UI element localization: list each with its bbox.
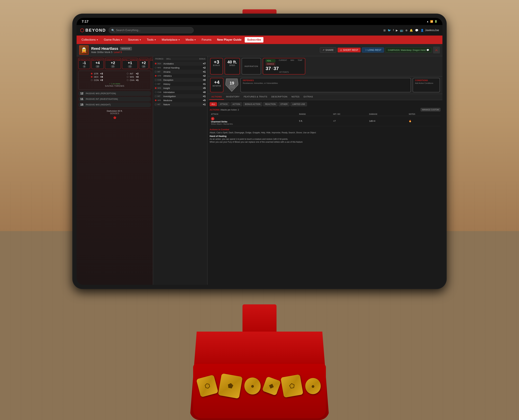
- passive-perception[interactable]: 12 PASSIVE WIS (PERCEPTION): [78, 91, 151, 96]
- tab-actions[interactable]: ACTIONS: [209, 94, 224, 100]
- search-placeholder: Search Everything...: [116, 29, 141, 32]
- manage-custom-button[interactable]: MANAGE CUSTOM: [421, 108, 440, 111]
- tab-inventory[interactable]: INVENTORY: [224, 94, 242, 100]
- nav-marketplace[interactable]: Marketplace ▼: [159, 37, 183, 43]
- ability-wisdom[interactable]: WISDOM +2 14: [139, 58, 148, 69]
- nav-icon-twitter[interactable]: 🐦: [388, 29, 391, 32]
- skills-header-skill: SKILL: [166, 58, 198, 60]
- attacks-per-action: Attacks per Action: 2: [220, 109, 239, 111]
- skill-history[interactable]: INT History +1: [154, 82, 206, 86]
- passive-investigation-value: 11: [80, 98, 84, 101]
- nav-icon-twitch[interactable]: 📺: [400, 29, 403, 32]
- nav-forums[interactable]: Forums: [199, 37, 214, 43]
- nav-game-rules[interactable]: Game Rules ▼: [101, 37, 125, 43]
- skill-insight[interactable]: WIS Insight +5: [154, 86, 206, 90]
- nav-icon-yt[interactable]: ▶: [396, 29, 398, 32]
- ability-constitution[interactable]: CONSTITUTION +2 15: [105, 58, 121, 69]
- darkvision-text: Darkvision 60 ft.: [78, 110, 151, 112]
- skills-header-prof: PROF: [155, 58, 159, 60]
- skills-panel: PROF MOD SKILL BONUS DEX Acrobatics +7 W…: [153, 56, 208, 285]
- save-wis[interactable]: WIS +3: [127, 75, 138, 78]
- damage-button[interactable]: DAMAGE: [266, 63, 275, 66]
- nav-media[interactable]: Media ▼: [183, 37, 198, 43]
- filter-bonus-action[interactable]: BONUS ACTION: [243, 102, 262, 106]
- int-save-bonus: +2: [136, 72, 138, 75]
- skill-arcana[interactable]: INT Arcana +1: [154, 70, 206, 74]
- actions-tabs: ACTIONS INVENTORY FEATURES & TRAITS DESC…: [208, 94, 443, 100]
- nav-new-player[interactable]: New Player Guide: [215, 37, 244, 43]
- shield-container: 19 ARMORCLASS: [225, 78, 238, 92]
- wis-save-dot: [127, 76, 129, 78]
- hand-of-healing-title: Hand of Healing: [210, 135, 440, 137]
- attack-range-cell: 5 ft.: [298, 116, 332, 126]
- media-arrow: ▼: [194, 39, 196, 41]
- nav-icon-target[interactable]: ⊗: [405, 29, 408, 32]
- skill-acrobatics-dot: [155, 63, 157, 64]
- search-bar[interactable]: 🔍 Search Everything...: [108, 27, 194, 33]
- ability-charisma[interactable]: CHARISMA +0 10: [150, 58, 153, 69]
- skill-intimidation[interactable]: CHA Intimidation +0: [154, 90, 206, 94]
- ability-intelligence[interactable]: INTELLIGENCE +1 12: [122, 58, 138, 69]
- save-cha[interactable]: CHA +1: [127, 79, 138, 82]
- nav-marketplace-label: Marketplace: [162, 38, 177, 41]
- nav-icon-chat[interactable]: 💬: [415, 29, 419, 32]
- skill-nature[interactable]: INT Nature +1: [154, 102, 206, 106]
- inspiration-box[interactable]: INSPIRATION: [242, 58, 261, 75]
- filter-other[interactable]: OTHER: [279, 102, 290, 106]
- user-badge[interactable]: 👤 JawlessJoe: [420, 29, 439, 32]
- skills-header-mod: MOD: [160, 58, 165, 60]
- nav-icon-1[interactable]: ⊞: [383, 29, 386, 32]
- passive-investigation[interactable]: 11 PASSIVE INT (INVESTIGATION): [78, 97, 151, 102]
- armor-class-value: 19: [229, 81, 235, 85]
- skill-athletics[interactable]: STR Athletics +2: [154, 74, 206, 78]
- ability-strength[interactable]: STRENGTH -1 8: [78, 58, 90, 69]
- save-dex[interactable]: DEX +8: [91, 75, 103, 78]
- save-int[interactable]: INT +2: [127, 72, 138, 75]
- tab-extras[interactable]: EXTRAS: [302, 94, 315, 100]
- filter-all[interactable]: ALL: [210, 102, 217, 106]
- nav-icon-bell[interactable]: 🔔: [410, 29, 413, 32]
- nav-icon-fb[interactable]: f: [393, 29, 394, 32]
- attack-row-unarmed[interactable]: ⚔ Unarmed Strike Melee Attack • Martial …: [210, 116, 440, 126]
- status-time: 7:17: [82, 20, 89, 23]
- long-rest-button[interactable]: ☽ LONG REST: [362, 47, 384, 52]
- tab-description[interactable]: DESCRIPTION: [269, 94, 290, 100]
- filter-action[interactable]: ACTION: [230, 102, 242, 106]
- filter-limited-use[interactable]: LIMITED USE: [290, 102, 307, 106]
- nav-sources[interactable]: Sources ▼: [126, 37, 144, 43]
- filter-attack[interactable]: ATTACK: [218, 102, 229, 106]
- tab-notes[interactable]: NOTES: [290, 94, 302, 100]
- campaign-button[interactable]: CAMPAIGN: Waterdeep: Dragon Heist 💬: [385, 48, 432, 52]
- short-rest-button[interactable]: ⚠ SHORT REST: [338, 48, 361, 52]
- nav-collections[interactable]: Collections ▼: [79, 37, 100, 43]
- skill-deception[interactable]: CHA Deception +0: [154, 78, 206, 82]
- save-str[interactable]: STR +3: [91, 72, 103, 75]
- skill-investigation[interactable]: INT Investigation +1: [154, 94, 206, 98]
- character-sheet-icon-btn[interactable]: ⚔: [433, 47, 440, 53]
- nav-subscribe[interactable]: Subscribe: [245, 37, 263, 43]
- save-con[interactable]: CON +3: [91, 79, 103, 82]
- dnd-beyond-logo[interactable]: ⬡ BEYOND: [80, 28, 106, 33]
- share-label: SHARE: [325, 49, 334, 51]
- skill-acrobatics[interactable]: DEX Acrobatics +7: [154, 61, 206, 66]
- tab-features-traits[interactable]: FEATURES & TRAITS: [242, 94, 269, 100]
- tab-description-label: DESCRIPTION: [271, 95, 287, 98]
- ability-dexterity[interactable]: DEXTERITY +4 18: [91, 58, 104, 69]
- wis-score: 14: [142, 65, 146, 68]
- heal-button[interactable]: HEAL: [266, 59, 275, 62]
- skill-medicine[interactable]: WIS Medicine +5: [154, 98, 206, 102]
- share-button[interactable]: ↗ SHARE: [320, 47, 336, 52]
- skill-animal-handling-mod: WIS: [157, 67, 162, 69]
- nav-collections-label: Collections: [82, 38, 96, 41]
- tab-features-label: FEATURES & TRAITS: [244, 95, 267, 98]
- manage-button[interactable]: MANAGE: [120, 47, 132, 50]
- filter-reaction[interactable]: REACTION: [263, 102, 278, 106]
- die-4: ◆: [262, 376, 281, 396]
- nav-tools[interactable]: Tools ▼: [145, 37, 159, 43]
- saving-throws-section: STR +3 DEX +8 CON: [78, 71, 151, 90]
- skill-animal-handling[interactable]: WIS Animal Handling +2: [154, 66, 206, 70]
- hp-values-row: 37 / 37: [266, 66, 302, 71]
- senses-icon: ⬟: [113, 116, 116, 120]
- filter-other-label: OTHER: [280, 103, 288, 105]
- passive-insight[interactable]: 15 PASSIVE WIS (INSIGHT): [78, 102, 151, 107]
